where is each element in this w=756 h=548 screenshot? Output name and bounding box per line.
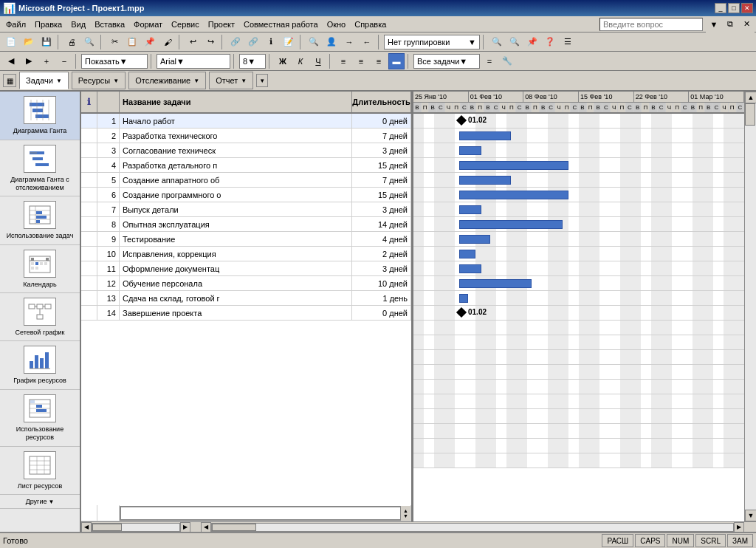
add-button[interactable]: + (38, 53, 55, 69)
maximize-button[interactable]: □ (728, 3, 740, 13)
align-center[interactable]: ≡ (353, 53, 369, 69)
status-rassh[interactable]: РАСШ (602, 534, 633, 547)
task-info[interactable]: ℹ (263, 34, 279, 50)
scroll-down-button[interactable]: ▼ (745, 510, 756, 521)
window-resize-button[interactable]: ⧉ (722, 16, 738, 32)
spinner-up[interactable]: ▲ ▼ (400, 506, 410, 521)
menu-help[interactable]: Справка (350, 18, 391, 30)
minimize-button[interactable]: _ (715, 3, 726, 13)
tab-tracking-arrow[interactable]: ▼ (193, 78, 199, 84)
zoom-out[interactable]: 🔍 (506, 34, 523, 50)
underline-button[interactable]: Ч (310, 53, 326, 69)
font-size-combo[interactable]: 8 ▼ (239, 54, 266, 69)
menu-edit[interactable]: Правка (30, 18, 66, 30)
tab-resources-arrow[interactable]: ▼ (113, 78, 119, 84)
remove-button[interactable]: − (56, 53, 72, 69)
grouping-combo[interactable]: Нет группировки ▼ (384, 35, 480, 49)
align-left[interactable]: ≡ (335, 53, 351, 69)
scroll-right-gantt[interactable]: ▶ (734, 522, 744, 532)
undo-button[interactable]: ↩ (185, 34, 201, 50)
preview-button[interactable]: 🔍 (81, 34, 97, 50)
menu-collab[interactable]: Совместная работа (239, 18, 323, 30)
filter-button[interactable]: 🔍 (306, 34, 322, 50)
scroll-up-button[interactable]: ▲ (745, 92, 756, 103)
cut-button[interactable]: ✂ (106, 34, 123, 50)
sidebar-item-resource-sheet[interactable]: Лист ресурсов (0, 447, 80, 496)
new-td-name[interactable]: ▲ ▼ (120, 505, 411, 521)
sidebar-item-resource-chart[interactable]: График ресурсов (0, 341, 80, 390)
sidebar-item-gantt-track[interactable]: Диаграмма Ганта с отслеживанием (0, 140, 80, 197)
align-right[interactable]: ≡ (371, 53, 387, 69)
close-panel-button[interactable]: ✕ (738, 16, 755, 32)
search-input[interactable] (599, 18, 703, 31)
sidebar-item-network[interactable]: Сетевой график (0, 293, 80, 341)
save-button[interactable]: 💾 (38, 34, 55, 50)
search-button[interactable]: ▼ (706, 16, 722, 32)
tab-resources[interactable]: Ресурсы ▼ (72, 72, 126, 89)
copy-button[interactable]: 📋 (124, 34, 140, 50)
sidebar-item-calendar[interactable]: Календарь (0, 245, 80, 293)
menu-format[interactable]: Формат (129, 18, 167, 30)
sidebar-item-resource-use[interactable]: Использование ресурсов (0, 390, 80, 447)
tab-tasks-arrow[interactable]: ▼ (56, 78, 62, 84)
help-button[interactable]: ❓ (542, 34, 558, 50)
gantt-hscroll-thumb[interactable] (212, 524, 256, 531)
scroll-left-gantt[interactable]: ◀ (201, 522, 211, 532)
gantt-day-cell: С (437, 103, 445, 112)
scroll-left-table[interactable]: ◀ (81, 522, 92, 532)
scroll-task[interactable]: 📌 (524, 34, 540, 50)
italic-button[interactable]: К (292, 53, 309, 69)
filter-combo[interactable]: Все задачи ▼ (413, 54, 480, 69)
paste-button[interactable]: 📌 (142, 34, 158, 50)
horizontal-scroll[interactable]: ◀ ▶ ◀ ▶ (81, 521, 756, 532)
redo-button[interactable]: ↪ (202, 34, 219, 50)
link-button[interactable]: 🔗 (227, 34, 244, 50)
close-button[interactable]: ✕ (741, 3, 753, 13)
tab-tracking[interactable]: Отслеживание ▼ (128, 72, 206, 89)
bold-button[interactable]: Ж (275, 53, 291, 69)
notes-button[interactable]: 📝 (281, 34, 297, 50)
menu-file[interactable]: Файл (1, 18, 30, 30)
assign-button[interactable]: 👤 (323, 34, 340, 50)
sidebar-item-gantt[interactable]: Диаграмма Ганта (0, 92, 80, 140)
zoom-in[interactable]: 🔍 (489, 34, 505, 50)
open-button[interactable]: 📂 (21, 34, 37, 50)
format-painter[interactable]: 🖌 (159, 34, 176, 50)
status-num[interactable]: NUM (667, 534, 694, 547)
menu-tools[interactable]: Сервис (167, 18, 204, 30)
menu-insert[interactable]: Вставка (90, 18, 129, 30)
status-scrl[interactable]: SCRL (695, 534, 726, 547)
tabs-scroll[interactable]: ▼ (256, 74, 268, 87)
indent-button[interactable]: → (341, 34, 357, 50)
table-hscroll-thumb[interactable] (92, 524, 122, 531)
status-zam[interactable]: ЗАМ (727, 534, 753, 547)
window-controls[interactable]: _ □ ✕ (715, 3, 753, 13)
extra-button[interactable]: ☰ (560, 34, 576, 50)
tab-tasks[interactable]: Задачи ▼ (19, 72, 69, 89)
highlight-button[interactable]: ▬ (388, 53, 405, 69)
menu-project[interactable]: Проект (204, 18, 239, 30)
tab-report-arrow[interactable]: ▼ (241, 78, 247, 84)
outdent-button[interactable]: ← (359, 34, 375, 50)
scroll-thumb[interactable] (745, 103, 755, 126)
new-task-input[interactable] (120, 506, 410, 521)
menu-window[interactable]: Окно (323, 18, 351, 30)
scroll-right-table[interactable]: ▶ (180, 522, 190, 532)
font-combo[interactable]: Arial ▼ (157, 54, 230, 69)
filter-apply[interactable]: = (481, 53, 498, 69)
sidebar-item-task-use[interactable]: Использование задач (0, 196, 80, 245)
next-button[interactable]: ▶ (21, 53, 37, 69)
prev-button[interactable]: ◀ (3, 53, 19, 69)
link2-button[interactable]: 🔗 (245, 34, 261, 50)
new-button[interactable]: 📄 (3, 34, 19, 50)
filter-customize[interactable]: 🔧 (499, 53, 515, 69)
menu-view[interactable]: Вид (66, 18, 90, 30)
view-icon[interactable]: ▦ (3, 74, 16, 87)
tab-report[interactable]: Отчет ▼ (209, 72, 253, 89)
sidebar-item-other[interactable]: Другие ▼ (0, 495, 80, 509)
vertical-scrollbar[interactable]: ▲ ▼ (744, 92, 756, 521)
status-caps[interactable]: CAPS (635, 534, 665, 547)
show-combo[interactable]: Показать ▼ (81, 54, 148, 69)
sidebar-other-arrow[interactable]: ▼ (48, 499, 54, 505)
print-button[interactable]: 🖨 (63, 34, 80, 50)
